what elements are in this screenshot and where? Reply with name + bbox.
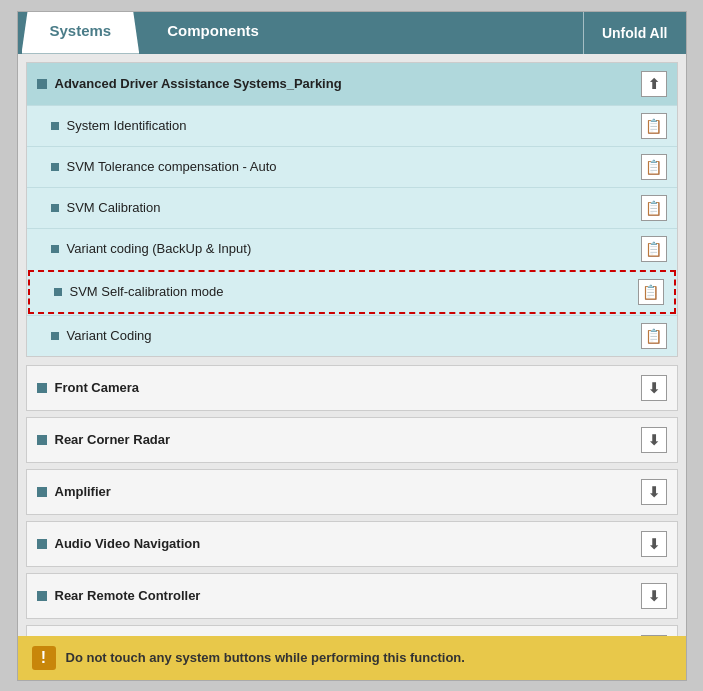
item-amplifier-btn[interactable]: ⬇ xyxy=(641,479,667,505)
item-rear-corner[interactable]: Rear Corner Radar ⬇ xyxy=(26,417,678,463)
item-rear-remote-btn[interactable]: ⬇ xyxy=(641,583,667,609)
tab-components-label: Components xyxy=(167,22,259,39)
content-area: Advanced Driver Assistance Systems_Parki… xyxy=(18,54,686,636)
item-rear-remote-square xyxy=(37,591,47,601)
upload-icon: ⬆ xyxy=(648,76,660,92)
group-adas-sub-items: System Identification 📋 SVM Tolerance co… xyxy=(27,105,677,356)
download-icon: ⬇ xyxy=(648,536,660,552)
unfold-all-label: Unfold All xyxy=(602,25,668,41)
sub-variant-coding2-btn[interactable]: 📋 xyxy=(641,323,667,349)
sub-svm-cal-square xyxy=(51,204,59,212)
group-adas: Advanced Driver Assistance Systems_Parki… xyxy=(26,62,678,357)
sub-variant-coding-square xyxy=(51,245,59,253)
sub-sys-id-label: System Identification xyxy=(67,118,187,133)
sub-variant-coding2-left: Variant Coding xyxy=(51,328,152,343)
sub-sys-id-btn[interactable]: 📋 xyxy=(641,113,667,139)
item-rear-remote[interactable]: Rear Remote Controller ⬇ xyxy=(26,573,678,619)
sub-svm-tol-label: SVM Tolerance compensation - Auto xyxy=(67,159,277,174)
sub-svm-tol-left: SVM Tolerance compensation - Auto xyxy=(51,159,277,174)
item-amplifier[interactable]: Amplifier ⬇ xyxy=(26,469,678,515)
item-audio-video[interactable]: Audio Video Navigation ⬇ xyxy=(26,521,678,567)
group-adas-header[interactable]: Advanced Driver Assistance Systems_Parki… xyxy=(27,63,677,105)
group-adas-label: Advanced Driver Assistance Systems_Parki… xyxy=(55,76,342,91)
download-icon: ⬇ xyxy=(648,380,660,396)
tab-bar: Systems Components Unfold All xyxy=(18,12,686,54)
sub-svm-cal-label: SVM Calibration xyxy=(67,200,161,215)
item-front-camera[interactable]: Front Camera ⬇ xyxy=(26,365,678,411)
sub-sys-id-square xyxy=(51,122,59,130)
warning-icon: ! xyxy=(32,646,56,670)
sub-svm-self[interactable]: SVM Self-calibration mode 📋 xyxy=(28,270,676,314)
sub-variant-coding-label: Variant coding (BackUp & Input) xyxy=(67,241,252,256)
doc-icon-3: 📋 xyxy=(645,200,662,216)
item-front-camera-square xyxy=(37,383,47,393)
main-container: Systems Components Unfold All Advanced D… xyxy=(17,11,687,681)
download-icon: ⬇ xyxy=(648,484,660,500)
sub-variant-coding2-label: Variant Coding xyxy=(67,328,152,343)
sub-svm-cal-btn[interactable]: 📋 xyxy=(641,195,667,221)
sub-variant-coding-btn[interactable]: 📋 xyxy=(641,236,667,262)
item-front-camera-label: Front Camera xyxy=(55,380,140,395)
sub-svm-tol-btn[interactable]: 📋 xyxy=(641,154,667,180)
item-audio-video-left: Audio Video Navigation xyxy=(37,536,201,551)
item-rear-corner-left: Rear Corner Radar xyxy=(37,432,171,447)
warning-text: Do not touch any system buttons while pe… xyxy=(66,650,465,665)
download-icon: ⬇ xyxy=(648,588,660,604)
tab-components[interactable]: Components xyxy=(139,12,287,54)
item-audio-video-label: Audio Video Navigation xyxy=(55,536,201,551)
item-rear-corner-label: Rear Corner Radar xyxy=(55,432,171,447)
sub-variant-coding2[interactable]: Variant Coding 📋 xyxy=(27,315,677,356)
item-front-camera-left: Front Camera xyxy=(37,380,140,395)
sub-svm-tol-square xyxy=(51,163,59,171)
sub-sys-id[interactable]: System Identification 📋 xyxy=(27,105,677,146)
doc-icon-2: 📋 xyxy=(645,159,662,175)
sub-svm-cal[interactable]: SVM Calibration 📋 xyxy=(27,187,677,228)
item-rear-remote-label: Rear Remote Controller xyxy=(55,588,201,603)
doc-icon: 📋 xyxy=(645,118,662,134)
sub-svm-self-left: SVM Self-calibration mode xyxy=(54,284,224,299)
sub-variant-coding2-square xyxy=(51,332,59,340)
group-adas-icon xyxy=(37,79,47,89)
group-adas-left: Advanced Driver Assistance Systems_Parki… xyxy=(37,76,342,91)
sub-svm-self-square xyxy=(54,288,62,296)
item-audio-video-btn[interactable]: ⬇ xyxy=(641,531,667,557)
doc-icon-4: 📋 xyxy=(645,241,662,257)
sub-svm-cal-left: SVM Calibration xyxy=(51,200,161,215)
download-icon: ⬇ xyxy=(648,432,660,448)
item-rear-remote-left: Rear Remote Controller xyxy=(37,588,201,603)
item-front-camera-btn[interactable]: ⬇ xyxy=(641,375,667,401)
sub-svm-self-btn[interactable]: 📋 xyxy=(638,279,664,305)
doc-icon-5: 📋 xyxy=(642,284,659,300)
item-amplifier-square xyxy=(37,487,47,497)
tab-systems-label: Systems xyxy=(50,22,112,39)
group-adas-upload-btn[interactable]: ⬆ xyxy=(641,71,667,97)
sub-sys-id-left: System Identification xyxy=(51,118,187,133)
item-audio-video-square xyxy=(37,539,47,549)
sub-svm-self-label: SVM Self-calibration mode xyxy=(70,284,224,299)
doc-icon-6: 📋 xyxy=(645,328,662,344)
item-amplifier-left: Amplifier xyxy=(37,484,111,499)
tab-systems[interactable]: Systems xyxy=(22,12,140,54)
item-assist-power[interactable]: Assist Power Seat Unit ⬇ xyxy=(26,625,678,636)
item-rear-corner-btn[interactable]: ⬇ xyxy=(641,427,667,453)
sub-svm-tol[interactable]: SVM Tolerance compensation - Auto 📋 xyxy=(27,146,677,187)
sub-variant-coding-left: Variant coding (BackUp & Input) xyxy=(51,241,252,256)
item-rear-corner-square xyxy=(37,435,47,445)
unfold-all-button[interactable]: Unfold All xyxy=(583,12,686,54)
sub-variant-coding[interactable]: Variant coding (BackUp & Input) 📋 xyxy=(27,228,677,269)
item-amplifier-label: Amplifier xyxy=(55,484,111,499)
warning-bar: ! Do not touch any system buttons while … xyxy=(18,636,686,680)
collapsed-items-list: Front Camera ⬇ Rear Corner Radar ⬇ Ampli… xyxy=(26,365,678,636)
